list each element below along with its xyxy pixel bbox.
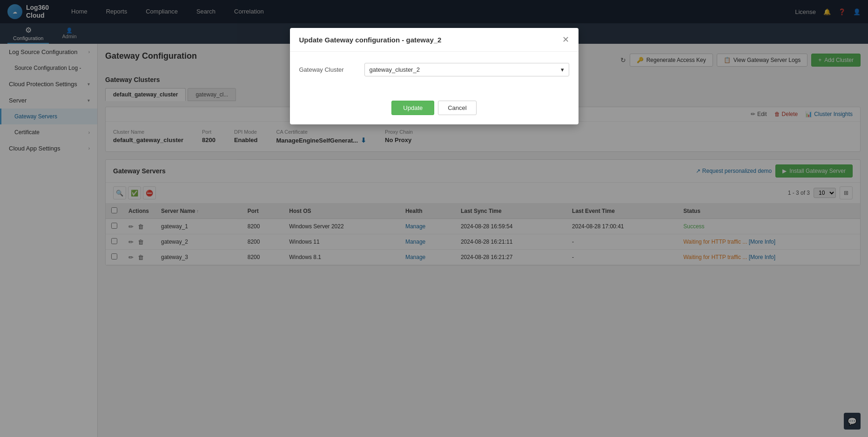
modal-title: Update Gateway configuration - gateway_2 bbox=[299, 36, 442, 44]
dropdown-chevron-icon: ▾ bbox=[561, 66, 564, 73]
modal-footer: Update Cancel bbox=[290, 95, 579, 124]
gateway-cluster-select-wrapper: gateway_cluster_2 ▾ bbox=[364, 63, 569, 76]
modal-cancel-button[interactable]: Cancel bbox=[438, 101, 476, 115]
modal-header: Update Gateway configuration - gateway_2… bbox=[290, 28, 579, 52]
gateway-cluster-label: Gateway Cluster bbox=[299, 66, 364, 73]
modal-close-button[interactable]: ✕ bbox=[562, 35, 569, 44]
modal-update-button[interactable]: Update bbox=[391, 101, 434, 115]
update-gateway-modal: Update Gateway configuration - gateway_2… bbox=[290, 28, 579, 124]
gateway-cluster-form-row: Gateway Cluster gateway_cluster_2 ▾ bbox=[299, 63, 569, 76]
modal-overlay[interactable]: Update Gateway configuration - gateway_2… bbox=[0, 0, 868, 437]
modal-body: Gateway Cluster gateway_cluster_2 ▾ bbox=[290, 52, 579, 95]
gateway-cluster-select[interactable]: gateway_cluster_2 ▾ bbox=[364, 63, 569, 76]
